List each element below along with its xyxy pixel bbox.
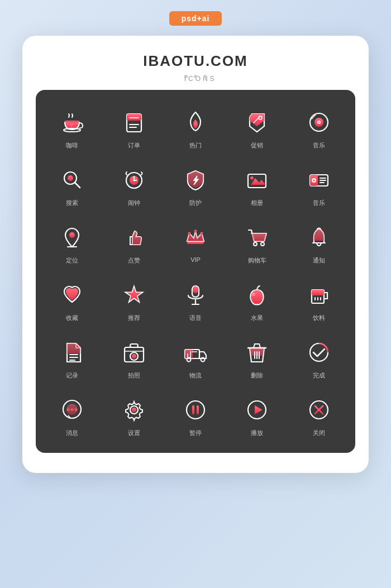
icon-label-recommend: 推荐	[128, 314, 140, 322]
svg-point-36	[200, 232, 203, 235]
svg-point-73	[71, 409, 74, 412]
icon-panel: 咖啡 订单	[36, 90, 355, 453]
icon-item-photo[interactable]: 拍照	[103, 331, 164, 384]
icon-item-close[interactable]: 关闭	[288, 389, 350, 442]
card-subtitle: ICONS	[36, 72, 355, 80]
icon-item-done[interactable]: 完成	[288, 331, 350, 384]
icon-label-location: 定位	[66, 256, 78, 265]
icon-label-album: 相册	[251, 199, 263, 207]
icon-label-shield: 防护	[189, 199, 202, 207]
icon-item-alarm[interactable]: 闹钟	[103, 159, 164, 212]
icon-label-search: 搜索	[66, 199, 78, 207]
svg-point-45	[252, 293, 255, 296]
svg-point-39	[261, 242, 264, 246]
icon-item-shield[interactable]: 防护	[165, 159, 226, 212]
svg-rect-78	[192, 405, 194, 414]
icon-item-fruit[interactable]: 水果	[226, 274, 288, 327]
icon-item-message[interactable]: 消息	[41, 389, 103, 442]
icon-label-voice: 语音	[189, 314, 202, 322]
badge-label: psd+ai	[169, 11, 222, 26]
svg-point-14	[318, 122, 320, 123]
svg-point-74	[75, 409, 78, 412]
icon-item-recommend[interactable]: 推荐	[103, 274, 164, 327]
icon-label-fruit: 水果	[251, 314, 263, 322]
svg-rect-4	[127, 114, 141, 121]
svg-point-77	[187, 401, 204, 419]
svg-point-32	[69, 232, 75, 238]
svg-point-72	[67, 409, 70, 412]
icon-item-notify[interactable]: 通知	[288, 216, 350, 269]
icon-label-cart: 购物车	[248, 256, 266, 265]
icon-item-coffee[interactable]: 咖啡	[41, 101, 103, 154]
icon-label-delete: 删除	[251, 371, 263, 380]
card-header: IBAOTU.COM ICONS	[36, 52, 355, 80]
icon-label-done: 完成	[313, 371, 325, 380]
svg-rect-79	[197, 405, 199, 414]
icon-item-collect[interactable]: 收藏	[41, 274, 103, 327]
icon-item-like[interactable]: 点赞	[103, 216, 164, 269]
icon-item-sale[interactable]: 促销	[226, 101, 288, 154]
icon-label-play: 播放	[251, 429, 263, 437]
icon-label-close: 关闭	[313, 429, 325, 437]
icon-label-logistics: 物流	[189, 371, 202, 380]
icon-label-like: 点赞	[128, 256, 140, 265]
svg-point-76	[132, 408, 136, 412]
card-title: IBAOTU.COM	[36, 52, 355, 70]
icon-label-alarm: 闹钟	[128, 199, 140, 207]
svg-rect-47	[312, 290, 324, 295]
icon-item-play[interactable]: 播放	[226, 389, 288, 442]
dot1	[194, 75, 197, 78]
icon-item-search[interactable]: 搜索	[41, 159, 103, 212]
svg-point-57	[132, 354, 136, 358]
svg-point-24	[250, 176, 254, 180]
main-card: IBAOTU.COM ICONS	[22, 36, 369, 473]
icon-label-settings: 设置	[128, 429, 140, 437]
svg-point-16	[68, 175, 73, 181]
icon-item-music1[interactable]: 音乐	[288, 101, 350, 154]
icon-label-notify: 通知	[313, 256, 325, 265]
icon-item-settings[interactable]: 设置	[103, 389, 164, 442]
icon-item-hot[interactable]: 热门	[165, 101, 226, 154]
svg-rect-55	[130, 344, 138, 347]
icon-label-hot: 热门	[189, 141, 202, 150]
icon-label-sale: 促销	[251, 141, 263, 150]
icon-label-collect: 收藏	[66, 314, 78, 322]
svg-point-8	[193, 123, 197, 127]
icon-label-coffee: 咖啡	[66, 141, 78, 150]
svg-point-28	[313, 180, 314, 181]
icon-item-drink[interactable]: 饮料	[288, 274, 350, 327]
icon-item-logistics[interactable]: 物流	[165, 331, 226, 384]
icon-label-drink: 饮料	[313, 314, 325, 322]
icon-label-music2: 音乐	[313, 199, 325, 207]
svg-point-2	[70, 124, 74, 127]
svg-point-34	[188, 232, 190, 235]
svg-line-17	[75, 183, 80, 188]
icon-item-voice[interactable]: 语音	[165, 274, 226, 327]
icon-label-photo: 拍照	[128, 371, 140, 380]
icon-item-order[interactable]: 订单	[103, 101, 164, 154]
icon-item-delete[interactable]: 删除	[226, 331, 288, 384]
svg-rect-42	[193, 286, 198, 293]
icon-label-record: 记录	[66, 371, 78, 380]
icon-label-order: 订单	[128, 141, 140, 150]
icon-item-album[interactable]: 相册	[226, 159, 288, 212]
icon-item-vip[interactable]: VIP	[165, 216, 226, 269]
icon-item-record[interactable]: 记录	[41, 331, 103, 384]
svg-point-22	[133, 180, 135, 181]
svg-rect-37	[187, 242, 204, 244]
icon-label-vip: VIP	[190, 256, 201, 263]
svg-point-38	[254, 242, 257, 246]
subtitle-text: ICONS	[184, 75, 188, 78]
icon-label-music1: 音乐	[313, 141, 325, 150]
svg-rect-0	[65, 121, 79, 122]
icon-item-music2[interactable]: 音乐	[288, 159, 350, 212]
icon-grid: 咖啡 订单	[41, 101, 350, 442]
svg-marker-81	[255, 405, 263, 414]
icon-item-cart[interactable]: 购物车	[226, 216, 288, 269]
icon-label-message: 消息	[66, 429, 78, 437]
svg-point-35	[194, 230, 197, 233]
icon-item-pause[interactable]: 暂停	[165, 389, 226, 442]
icon-label-pause: 暂停	[189, 429, 202, 437]
icon-item-location[interactable]: 定位	[41, 216, 103, 269]
